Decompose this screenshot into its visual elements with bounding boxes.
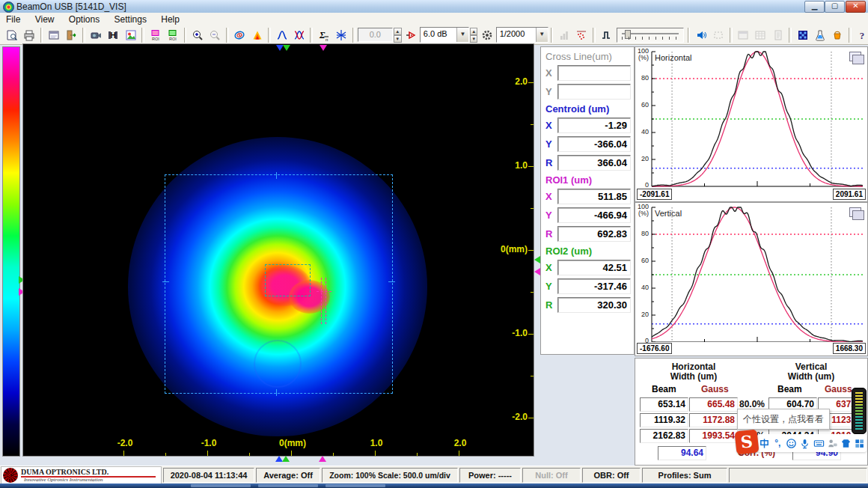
cursor-top-marker-green[interactable] [283, 45, 290, 51]
marker-line[interactable] [326, 278, 326, 324]
roi1-y-label: Y [545, 210, 557, 221]
gain-play-icon[interactable] [403, 26, 419, 44]
gain-select[interactable]: 6.0 dB▼ [420, 27, 469, 43]
menu-settings[interactable]: Settings [109, 13, 153, 26]
roi-handle-bottom[interactable] [276, 389, 277, 396]
auto-center-icon[interactable] [334, 26, 349, 44]
selection-rect-icon [711, 26, 727, 44]
print-icon[interactable] [21, 26, 37, 44]
svg-text:ROI: ROI [169, 36, 177, 40]
beam-y-tick-label: -1.0 [512, 328, 528, 338]
taskbar-item[interactable] [191, 484, 251, 487]
chart-y-tick-label: 20 [635, 311, 649, 318]
toolbar-separator [226, 28, 229, 43]
snapshot-image-icon[interactable] [123, 26, 138, 44]
toolbar-separator [551, 28, 554, 43]
cursor-box[interactable] [265, 264, 311, 296]
logo-company-name: DUMA OPTRONICS LTD. [21, 468, 109, 476]
horizontal-profile-chart: Horizontal -2091.61 2091.61 100(%)806040… [635, 46, 868, 202]
shutter-select[interactable]: 1/2000▼ [496, 27, 548, 43]
status-filler [729, 468, 867, 483]
trigger-level-slider[interactable] [617, 28, 684, 43]
data-grid-icon [753, 26, 768, 44]
beam-2d-view-icon[interactable] [232, 26, 248, 44]
menu-view[interactable]: View [29, 13, 61, 26]
title-bar: BeamOn USB [5141D_VIS] ▁ ▢ ✕ [0, 0, 868, 13]
beam-x-tick-label: 1.0 [361, 438, 391, 448]
profiles-cross-icon[interactable] [291, 26, 307, 44]
roi1-select-icon[interactable]: ROI [147, 26, 163, 44]
roi-handle-right[interactable] [388, 281, 395, 282]
beam-col-header: Beam [777, 384, 802, 394]
h-correlation-value: 94.64 [658, 446, 706, 460]
sogou-ime-toolbar: °, [757, 434, 867, 452]
freeze-frame-icon[interactable]: H [106, 26, 121, 44]
punctuation-icon[interactable]: °, [771, 437, 783, 449]
beam-y-tick-label: 2.0 [515, 76, 528, 87]
live-camera-icon[interactable] [88, 26, 104, 44]
keyboard-icon[interactable] [813, 437, 825, 449]
roi-handle-left[interactable] [162, 281, 169, 282]
flask-icon[interactable] [812, 26, 828, 44]
pattern-icon[interactable] [795, 26, 810, 44]
cross-line-y-label: Y [545, 86, 557, 97]
taskbar-item[interactable] [326, 484, 385, 487]
laser-spots-icon[interactable] [574, 26, 590, 44]
cross-line-x-field[interactable] [557, 65, 631, 81]
exit-app-icon[interactable] [64, 26, 79, 44]
windows-taskbar[interactable] [0, 484, 868, 488]
beam-3d-view-icon[interactable] [249, 26, 265, 44]
sum-average-icon[interactable]: Σn [316, 26, 331, 44]
menu-help[interactable]: Help [155, 13, 186, 26]
menu-bar: File View Options Settings Help [0, 13, 868, 26]
status-profiles: Profiles: Sum [642, 468, 727, 483]
emoji-icon[interactable] [786, 437, 798, 449]
marker-line[interactable] [321, 278, 322, 324]
skin-icon[interactable] [840, 437, 852, 449]
marker-line[interactable] [317, 291, 331, 292]
bucket-icon[interactable] [830, 26, 846, 44]
status-obr: OBR: Off [582, 468, 641, 483]
x-min-label: -1676.60 [637, 343, 672, 354]
cross-line-x-label: X [545, 67, 557, 79]
roi2-r-value: 320.30 [557, 297, 631, 313]
microphone-icon[interactable] [799, 437, 811, 449]
voice-bar-icon[interactable] [826, 437, 838, 449]
toolbox-icon[interactable] [854, 437, 866, 449]
roi2-right-marker[interactable] [534, 256, 540, 263]
close-button[interactable]: ✕ [846, 1, 866, 13]
taskbar-item[interactable] [258, 484, 318, 487]
zoom-in-icon[interactable] [189, 26, 205, 44]
maximize-button[interactable]: ▢ [825, 1, 845, 13]
help-icon[interactable]: ? [855, 26, 868, 44]
exposure-input[interactable]: 0.0 [358, 28, 394, 42]
spinner-control[interactable]: ▲▼ [394, 28, 402, 42]
pulse-trigger-icon[interactable] [599, 26, 614, 44]
cursor-top-marker-magenta[interactable] [320, 45, 327, 51]
beam-image-display[interactable]: 2.01.00(mm)-1.0-2.0 -2.0-1.00(mm)1.02.0 [22, 43, 534, 457]
centroid-x-label: X [545, 120, 557, 131]
menu-options[interactable]: Options [63, 13, 106, 26]
spinner-control[interactable]: ▲▼ [470, 28, 478, 42]
gear-icon[interactable] [479, 26, 495, 44]
cross-line-y-field[interactable] [557, 84, 631, 100]
ime-tooltip[interactable]: 个性设置，点我看看 [737, 409, 830, 430]
roi1-right-marker[interactable] [534, 268, 540, 275]
vertical-profile-chart: Vertical -1676.60 1668.30 100(%)80604020… [635, 202, 868, 356]
roi-handle-top[interactable] [276, 172, 277, 179]
toolbar-separator [40, 28, 43, 43]
minimize-button[interactable]: ▁ [804, 1, 825, 13]
properties-icon[interactable] [46, 26, 61, 44]
cursor-bottom-marker-magenta[interactable] [319, 456, 326, 462]
sogou-logo-icon[interactable]: S [734, 430, 759, 455]
toolbar-separator [310, 28, 313, 43]
gauss-fit-icon[interactable] [274, 26, 290, 44]
sound-icon[interactable] [693, 26, 709, 44]
x-max-label: 2091.61 [833, 189, 866, 200]
roi2-select-icon[interactable]: ROI [165, 26, 180, 44]
chinese-mode-icon[interactable] [758, 437, 770, 449]
cursor-bottom-marker-green[interactable] [282, 456, 290, 462]
open-icon[interactable] [4, 26, 19, 44]
menu-file[interactable]: File [0, 13, 26, 26]
status-zoom-scale: Zoom: 100% Scale: 500.0 um/div [322, 468, 458, 483]
